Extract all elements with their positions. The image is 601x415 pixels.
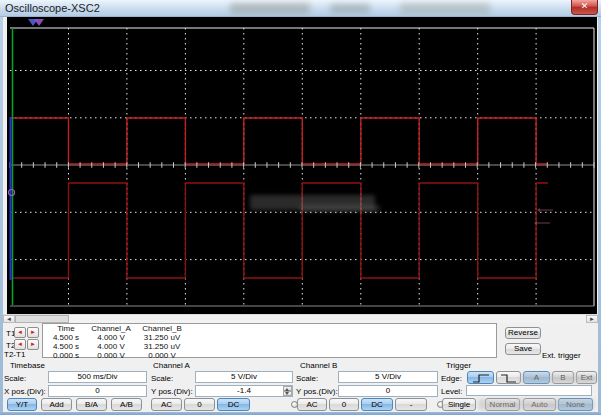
close-icon: ✕ [581, 1, 589, 11]
t2-right-icon: ► [30, 341, 36, 347]
channel-b-scale-field[interactable]: 5 V/Div [338, 371, 438, 383]
scrollbar-thumb[interactable] [15, 315, 69, 323]
cursor-delta-label: T2-T1 [4, 350, 25, 359]
t2-right-button[interactable]: ► [27, 339, 39, 350]
t1-channel-b-value: 31.250 uV [136, 333, 188, 342]
ypos-spinner-down[interactable] [283, 391, 292, 396]
timebase-scale-field[interactable]: 500 ms/Div [48, 371, 147, 383]
channel-a-ac-button[interactable]: AC [151, 398, 182, 411]
trigger-source-ext-button[interactable]: Ext [576, 371, 597, 384]
readout-col-channel-a: Channel_A [88, 324, 134, 333]
t2-left-button[interactable]: ◄ [14, 339, 26, 350]
rising-edge-icon [470, 373, 492, 384]
title-bar[interactable]: Oscilloscope-XSC2 ✕ [0, 0, 601, 17]
scope-display [7, 17, 597, 314]
trigger-source-b-button[interactable]: B [552, 371, 574, 384]
scroll-right-button[interactable]: ► [586, 315, 598, 323]
timebase-title: Timebase [10, 361, 45, 370]
channel-a-scale-field[interactable]: 5 V/Div [195, 371, 293, 383]
ext-trigger-label: Ext. trigger [542, 351, 581, 360]
add-mode-button[interactable]: Add [41, 398, 72, 411]
channel-a-title: Channel A [153, 361, 190, 370]
channel-b-dc-button[interactable]: DC [361, 398, 393, 411]
timebase-xpos-field[interactable]: 0 [48, 385, 147, 397]
window-title: Oscilloscope-XSC2 [5, 2, 100, 14]
readout-col-time: Time [44, 324, 88, 333]
oscilloscope-window: Oscilloscope-XSC2 ✕ ◄ ► T1 ◄ ► T2 ◄ ► T2… [0, 0, 601, 415]
delta-channel-a-value: 0.000 V [88, 351, 134, 360]
close-button[interactable]: ✕ [571, 0, 598, 15]
delta-time-value: 0.000 s [44, 351, 88, 360]
channel-b-ypos-field[interactable]: 0 [338, 385, 438, 397]
t1-time-value: 4.500 s [44, 333, 88, 342]
channel-b-scale-label: Scale: [296, 374, 318, 383]
t2-channel-a-value: 4.000 V [88, 342, 134, 351]
timebase-scale-label: Scale: [4, 374, 26, 383]
reverse-button[interactable]: Reverse [505, 327, 541, 339]
trigger-title: Trigger [446, 361, 471, 370]
t2-left-icon: ◄ [17, 341, 23, 347]
channel-b-invert-button[interactable]: - [395, 398, 427, 411]
titlebar-glass-blur [400, 3, 490, 14]
channel-a-dc-button[interactable]: DC [217, 398, 250, 411]
channel-b-ypos-label: Y pos.(Div): [296, 387, 338, 396]
channel-a-zero-button[interactable]: 0 [184, 398, 215, 411]
horizontal-scrollbar[interactable]: ◄ ► [3, 314, 598, 323]
channel-a-ypos-field[interactable]: -1.4 [195, 385, 293, 397]
readout-col-channel-b: Channel_B [136, 324, 188, 333]
trigger-single-button[interactable]: Single [442, 398, 476, 411]
falling-edge-icon [499, 373, 519, 384]
t1-right-button[interactable]: ► [27, 327, 39, 338]
trigger-edge-label: Edge: [441, 374, 462, 383]
channel-b-zero-button[interactable]: 0 [329, 398, 359, 411]
timebase-xpos-label: X pos.(Div): [4, 387, 46, 396]
titlebar-glass-blur [230, 3, 310, 14]
scroll-right-icon: ► [589, 316, 595, 322]
t1-left-button[interactable]: ◄ [14, 327, 26, 338]
window-border-left [0, 17, 3, 412]
ab-mode-button[interactable]: A/B [111, 398, 142, 411]
t2-channel-b-value: 31.250 uV [136, 342, 188, 351]
trigger-normal-button[interactable]: Normal [485, 398, 520, 411]
trigger-level-label: Level: [441, 387, 462, 396]
t1-channel-a-value: 4.000 V [88, 333, 134, 342]
yt-mode-button[interactable]: Y/T [7, 398, 37, 411]
channel-a-ypos-label: Y pos.(Div): [151, 387, 193, 396]
rising-edge-button[interactable] [467, 371, 494, 384]
delta-channel-b-value: 0.000 V [136, 351, 188, 360]
scroll-left-button[interactable]: ◄ [3, 315, 15, 323]
trigger-none-button[interactable]: None [558, 398, 593, 411]
titlebar-glass-blur [330, 4, 370, 13]
ba-mode-button[interactable]: B/A [76, 398, 107, 411]
t1-right-icon: ► [30, 329, 36, 335]
channel-a-scale-label: Scale: [151, 374, 173, 383]
save-button[interactable]: Save [505, 343, 541, 355]
trigger-level-field[interactable] [466, 385, 592, 396]
trigger-auto-button[interactable]: Auto [523, 398, 556, 411]
trigger-source-a-button[interactable]: A [523, 371, 550, 384]
falling-edge-button[interactable] [496, 371, 521, 384]
t2-time-value: 4.500 s [44, 342, 88, 351]
channel-b-ac-button[interactable]: AC [297, 398, 327, 411]
t1-left-icon: ◄ [17, 329, 23, 335]
scroll-left-icon: ◄ [6, 316, 12, 322]
channel-b-title: Channel B [300, 361, 337, 370]
